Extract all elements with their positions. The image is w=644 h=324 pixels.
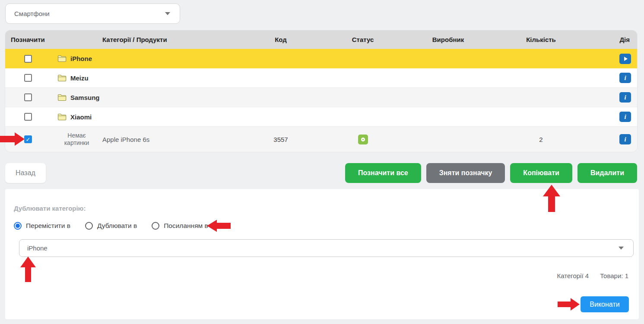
row-checkbox[interactable]: [24, 113, 32, 121]
row-checkbox[interactable]: [24, 93, 32, 101]
product-row[interactable]: ✓ Немає картинки Apple iPhone 6s 3557 2 …: [5, 127, 637, 152]
unselect-button[interactable]: Зняти позначку: [426, 163, 505, 183]
col-categories-products: Категорії / Продукти: [102, 36, 242, 43]
chevron-down-icon: [165, 12, 170, 15]
folder-icon: [57, 113, 67, 121]
table-row[interactable]: Xiaomi i: [5, 107, 637, 127]
annotation-arrow-checkbox: [0, 132, 25, 146]
radio-duplicate-to[interactable]: Дублювати в: [85, 222, 137, 230]
category-cell[interactable]: Meizu: [51, 74, 242, 82]
annotation-arrow-execute: [558, 298, 580, 311]
categories-table: Позначити Категорії / Продукти Код Стату…: [5, 30, 637, 152]
category-filter-select[interactable]: Смартфони: [5, 3, 180, 24]
bulk-actions: Позначити все Зняти позначку Копіювати В…: [345, 163, 637, 183]
radio-move-to[interactable]: Перемістити в: [14, 222, 70, 230]
annotation-arrow-copy: [542, 185, 561, 212]
row-checkbox[interactable]: [24, 55, 32, 63]
info-icon: i: [624, 136, 626, 143]
no-image-label: Немає картинки: [51, 132, 102, 147]
actions-bar: Назад Позначити все Зняти позначку Копію…: [5, 163, 637, 183]
product-name: Apple iPhone 6s: [102, 136, 242, 143]
delete-button[interactable]: Видалити: [577, 163, 637, 183]
execute-button[interactable]: Виконати: [581, 296, 629, 312]
radio-icon[interactable]: [152, 222, 159, 230]
folder-icon: [57, 55, 67, 62]
back-button[interactable]: Назад: [5, 163, 46, 183]
counts: Категорії 4 Товари: 1: [557, 272, 628, 279]
col-manufacturer: Виробник: [406, 36, 490, 43]
copy-button[interactable]: Копіювати: [510, 163, 572, 183]
table-row[interactable]: Samsung i: [5, 88, 637, 107]
info-icon: i: [624, 75, 626, 81]
status-enabled-icon: [358, 135, 368, 144]
row-checkbox[interactable]: [24, 74, 32, 82]
radio-selected-icon[interactable]: [14, 222, 22, 230]
products-count: Товари: 1: [600, 272, 628, 279]
category-filter-value: Смартфони: [14, 10, 50, 17]
info-icon: i: [624, 94, 626, 101]
info-icon: i: [624, 114, 626, 120]
col-mark: Позначити: [5, 36, 51, 43]
radio-label: Дублювати в: [97, 222, 137, 230]
col-status: Статус: [320, 36, 406, 43]
col-action: Дія: [592, 36, 637, 43]
col-code: Код: [242, 36, 320, 43]
category-name: Xiaomi: [70, 113, 92, 121]
info-button[interactable]: i: [619, 134, 631, 144]
row-checkbox-checked[interactable]: ✓: [24, 135, 32, 143]
info-button[interactable]: i: [619, 112, 631, 122]
category-cell[interactable]: Samsung: [51, 94, 242, 101]
category-cell[interactable]: Xiaomi: [51, 113, 242, 121]
page: Смартфони Позначити Категорії / Продукти…: [0, 0, 644, 324]
panel-label: Дублювати категорію:: [14, 205, 628, 212]
product-quantity: 2: [490, 136, 592, 143]
product-code: 3557: [242, 136, 320, 143]
chevron-down-icon: [619, 247, 624, 250]
open-category-button[interactable]: [619, 54, 631, 64]
select-all-button[interactable]: Позначити все: [345, 163, 421, 183]
folder-icon: [57, 94, 67, 101]
folder-icon: [57, 74, 67, 82]
table-row[interactable]: Meizu i: [5, 68, 637, 88]
radio-label: Посиланням в: [164, 222, 208, 230]
category-name: Meizu: [70, 74, 89, 82]
info-button[interactable]: i: [619, 92, 631, 103]
info-button[interactable]: i: [619, 73, 631, 83]
col-quantity: Кількість: [490, 36, 592, 43]
table-header: Позначити Категорії / Продукти Код Стату…: [5, 30, 637, 49]
category-name: Samsung: [70, 94, 100, 101]
table-row[interactable]: iPhone: [5, 49, 637, 68]
annotation-arrow-link-radio: [207, 219, 231, 232]
target-category-select[interactable]: iPhone: [19, 239, 634, 257]
radio-label: Перемістити в: [26, 222, 70, 230]
annotation-arrow-select: [20, 257, 36, 282]
radio-link-to[interactable]: Посиланням в: [152, 222, 208, 230]
mode-radio-group: Перемістити в Дублювати в Посиланням в: [14, 222, 628, 230]
radio-icon[interactable]: [85, 222, 93, 230]
category-cell[interactable]: iPhone: [51, 55, 242, 62]
target-category-value: iPhone: [27, 244, 48, 252]
categories-count: Категорії 4: [557, 272, 589, 279]
category-name: iPhone: [70, 55, 92, 62]
play-icon: [624, 57, 628, 61]
